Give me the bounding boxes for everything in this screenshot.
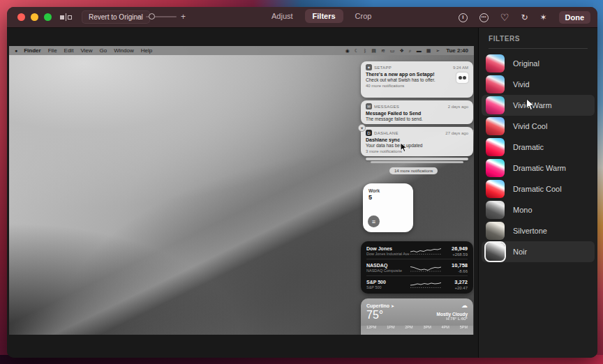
- close-window-button[interactable]: [17, 13, 25, 21]
- setapp-app-icon: ✦: [366, 64, 372, 70]
- filter-option-vivid[interactable]: Vivid: [482, 74, 595, 95]
- tab-crop[interactable]: Crop: [348, 9, 380, 23]
- stock-name: S&P 500: [366, 280, 410, 285]
- filter-option-original[interactable]: Original: [482, 53, 595, 74]
- screen: Revert to Original − + Adjust Filters Cr…: [0, 0, 603, 364]
- filter-option-noir[interactable]: Noir: [482, 241, 595, 262]
- filter-label: Dramatic Warm: [513, 164, 566, 172]
- more-icon[interactable]: ⋯: [479, 13, 489, 22]
- app-icon: ❖: [399, 48, 403, 54]
- compare-outline-square-icon: [68, 15, 72, 20]
- weather-high-low: H:78° L:60°: [437, 317, 468, 321]
- swish-app-icon: [456, 73, 468, 83]
- notification-time: 9:24 AM: [453, 66, 468, 70]
- filter-thumbnail: [486, 75, 505, 93]
- tab-adjust[interactable]: Adjust: [264, 9, 301, 23]
- search-icon: ⌕: [409, 48, 412, 54]
- auto-enhance-icon[interactable]: ✶: [539, 13, 546, 22]
- filter-label: Mono: [513, 206, 533, 214]
- stock-row-sp500: S&P 500 S&P 500 3,272 +20.47: [366, 276, 468, 292]
- battery-icon: ▬: [417, 48, 422, 53]
- notification-title: Dashlane sync: [366, 137, 468, 142]
- zoom-slider-track[interactable]: [146, 16, 177, 17]
- favorite-icon[interactable]: ♡: [500, 13, 509, 22]
- filter-thumbnail: [486, 222, 505, 240]
- menu-item-finder: Finder: [24, 47, 40, 54]
- zoom-out-icon[interactable]: −: [137, 12, 142, 22]
- filter-option-vivid-cool[interactable]: Vivid Cool: [482, 116, 595, 137]
- menu-bar-status-icons: ◉ ☾ ᛒ ▤ ≋ ▭ ❖ ⌕ ▬ ▦ ➢ Tue 2:40: [345, 47, 468, 54]
- filters-header: FILTERS: [489, 35, 588, 43]
- filter-option-dramatic-cool[interactable]: Dramatic Cool: [482, 179, 595, 199]
- zoom-in-icon[interactable]: +: [181, 12, 186, 22]
- cloud-icon: ☁: [461, 302, 468, 309]
- zoom-slider[interactable]: − +: [137, 12, 186, 22]
- stock-row-dow-jones: Dow Jones Dow Jones Industrial Ave... 26…: [366, 243, 468, 259]
- rotate-icon[interactable]: ↻: [521, 13, 528, 22]
- info-icon[interactable]: i: [459, 13, 468, 22]
- sparkline-icon: [410, 279, 442, 290]
- filter-thumbnail: [486, 138, 505, 156]
- filter-label: Dramatic: [513, 143, 544, 151]
- filter-thumbnail: [486, 201, 505, 219]
- notification-header: ✉ MESSAGES 2 days ago: [366, 103, 468, 109]
- notification-footer: 40 more notifications: [366, 84, 468, 88]
- filter-option-dramatic[interactable]: Dramatic: [482, 137, 595, 158]
- filter-thumbnail: [486, 117, 505, 135]
- messages-app-icon: ✉: [366, 103, 372, 109]
- filter-thumbnail: [486, 180, 505, 198]
- filter-option-vivid-warm[interactable]: Vivid Warm: [482, 95, 595, 116]
- notification-app-name: DASHLANE: [374, 131, 399, 135]
- photo-canvas: ● Finder File Edit View Go Window Help ◉…: [7, 28, 479, 358]
- zoom-window-button[interactable]: [44, 13, 52, 21]
- sparkline-icon: [410, 262, 442, 273]
- filters-list: Original Vivid Vivid Warm Vivid Cool: [482, 53, 595, 262]
- notification-body: The message failed to send.: [366, 116, 468, 121]
- compare-filled-square-icon: [60, 15, 64, 20]
- weather-hour: 2PM: [405, 325, 412, 329]
- stock-subtitle: Dow Jones Industrial Ave...: [366, 252, 410, 256]
- compare-original-button[interactable]: [60, 13, 72, 21]
- menu-item-view: View: [80, 47, 92, 54]
- weather-condition: Mostly Cloudy: [437, 312, 468, 317]
- notification-app-name: SETAPP: [374, 66, 392, 70]
- edit-mode-tabs: Adjust Filters Crop: [264, 9, 379, 23]
- notification-time: 27 days ago: [445, 131, 468, 135]
- stocks-widget: Dow Jones Dow Jones Industrial Ave... 26…: [361, 241, 473, 294]
- tab-filters[interactable]: Filters: [305, 9, 343, 23]
- menu-item-window: Window: [114, 47, 133, 54]
- notification-stack-edge: [371, 161, 463, 163]
- weather-hour: 12PM: [366, 325, 376, 329]
- minimize-window-button[interactable]: [31, 13, 38, 21]
- stock-name: NASDAQ: [366, 263, 410, 268]
- filter-option-silvertone[interactable]: Silvertone: [482, 220, 595, 241]
- filter-label: Vivid Cool: [513, 122, 547, 130]
- weather-hour: 1PM: [387, 325, 394, 329]
- stock-change: -8.66: [452, 269, 468, 273]
- zoom-slider-knob[interactable]: [149, 13, 155, 20]
- notification-body: Your data has been updated: [366, 143, 468, 148]
- filter-thumbnail: [486, 159, 505, 177]
- stock-subtitle: S&P 500: [366, 285, 410, 289]
- filter-option-mono[interactable]: Mono: [482, 199, 595, 220]
- filter-label: Noir: [513, 248, 527, 256]
- weather-hour: 3PM: [423, 325, 431, 329]
- notification-app-name: MESSAGES: [374, 105, 399, 109]
- stock-value: 3,272: [454, 279, 468, 285]
- stock-change: +20.47: [454, 286, 468, 290]
- weather-hour: 5PM: [460, 325, 468, 329]
- titlebar: Revert to Original − + Adjust Filters Cr…: [7, 7, 597, 28]
- stock-value: 10,758: [452, 262, 468, 268]
- dashlane-app-icon: D: [366, 130, 372, 136]
- filters-sidebar: FILTERS Original Vivid Vivid Warm: [479, 28, 597, 358]
- notification-title: There's a new app on Setapp!: [366, 72, 468, 77]
- filter-label: Dramatic Cool: [513, 185, 562, 193]
- done-button[interactable]: Done: [559, 11, 591, 24]
- notification-setapp: ✦ SETAPP 9:24 AM There's a new app on Se…: [361, 61, 473, 98]
- photos-edit-window: Revert to Original − + Adjust Filters Cr…: [7, 7, 597, 358]
- filter-option-dramatic-warm[interactable]: Dramatic Warm: [482, 158, 595, 179]
- sparkline-icon: [410, 245, 442, 257]
- do-not-disturb-icon: ☾: [355, 48, 359, 54]
- reminders-count: 5: [368, 194, 408, 201]
- reminders-list-name: Work: [368, 188, 408, 193]
